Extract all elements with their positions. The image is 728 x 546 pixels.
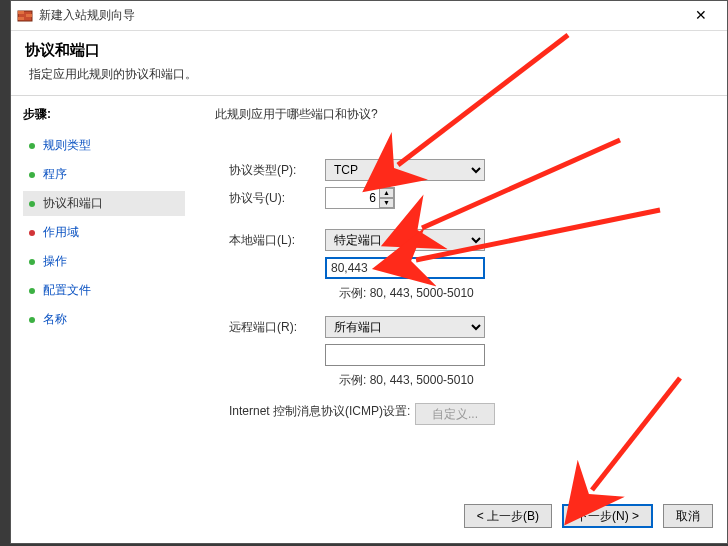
bullet-icon bbox=[29, 201, 35, 207]
back-button[interactable]: < 上一步(B) bbox=[464, 504, 552, 528]
step-program[interactable]: 程序 bbox=[23, 162, 185, 187]
step-protocol-port[interactable]: 协议和端口 bbox=[23, 191, 185, 216]
protocol-num-label: 协议号(U): bbox=[215, 190, 325, 207]
wizard-window: 新建入站规则向导 ✕ 协议和端口 指定应用此规则的协议和端口。 步骤: 规则类型… bbox=[10, 0, 728, 544]
svg-rect-3 bbox=[18, 17, 24, 20]
remote-port-example: 示例: 80, 443, 5000-5010 bbox=[339, 372, 709, 389]
step-profile[interactable]: 配置文件 bbox=[23, 278, 185, 303]
step-action[interactable]: 操作 bbox=[23, 249, 185, 274]
window-title: 新建入站规则向导 bbox=[39, 7, 681, 24]
bullet-icon bbox=[29, 317, 35, 323]
icmp-label: Internet 控制消息协议(ICMP)设置: bbox=[215, 403, 415, 420]
bullet-icon bbox=[29, 143, 35, 149]
step-rule-type[interactable]: 规则类型 bbox=[23, 133, 185, 158]
titlebar: 新建入站规则向导 ✕ bbox=[11, 1, 727, 31]
protocol-type-select[interactable]: TCP bbox=[325, 159, 485, 181]
remote-port-input[interactable] bbox=[325, 344, 485, 366]
svg-rect-1 bbox=[18, 11, 24, 14]
remote-port-label: 远程端口(R): bbox=[215, 319, 325, 336]
next-button[interactable]: 下一步(N) > bbox=[562, 504, 653, 528]
bullet-icon bbox=[29, 259, 35, 265]
local-port-mode-select[interactable]: 特定端口 bbox=[325, 229, 485, 251]
bullet-icon bbox=[29, 288, 35, 294]
bullet-icon bbox=[29, 230, 35, 236]
form-prompt: 此规则应用于哪些端口和协议? bbox=[215, 106, 709, 123]
form-panel: 此规则应用于哪些端口和协议? 协议类型(P): TCP 协议号(U): ▲▼ 本… bbox=[191, 96, 727, 497]
remote-port-mode-select[interactable]: 所有端口 bbox=[325, 316, 485, 338]
step-scope[interactable]: 作用域 bbox=[23, 220, 185, 245]
steps-heading: 步骤: bbox=[23, 106, 185, 123]
firewall-icon bbox=[17, 8, 33, 24]
icmp-customize-button: 自定义... bbox=[415, 403, 495, 425]
steps-sidebar: 步骤: 规则类型 程序 协议和端口 作用域 操作 配置文件 名称 bbox=[11, 96, 191, 497]
page-subtitle: 指定应用此规则的协议和端口。 bbox=[25, 66, 713, 83]
wizard-footer: < 上一步(B) 下一步(N) > 取消 bbox=[11, 497, 727, 543]
local-port-example: 示例: 80, 443, 5000-5010 bbox=[339, 285, 709, 302]
page-title: 协议和端口 bbox=[25, 41, 713, 60]
svg-rect-2 bbox=[26, 14, 32, 17]
step-name[interactable]: 名称 bbox=[23, 307, 185, 332]
local-port-label: 本地端口(L): bbox=[215, 232, 325, 249]
spinner[interactable]: ▲▼ bbox=[379, 188, 394, 208]
content: 步骤: 规则类型 程序 协议和端口 作用域 操作 配置文件 名称 此规则应用于哪… bbox=[11, 96, 727, 497]
protocol-type-label: 协议类型(P): bbox=[215, 162, 325, 179]
bullet-icon bbox=[29, 172, 35, 178]
wizard-header: 协议和端口 指定应用此规则的协议和端口。 bbox=[11, 31, 727, 96]
cancel-button[interactable]: 取消 bbox=[663, 504, 713, 528]
close-button[interactable]: ✕ bbox=[681, 2, 721, 30]
local-port-input[interactable] bbox=[325, 257, 485, 279]
